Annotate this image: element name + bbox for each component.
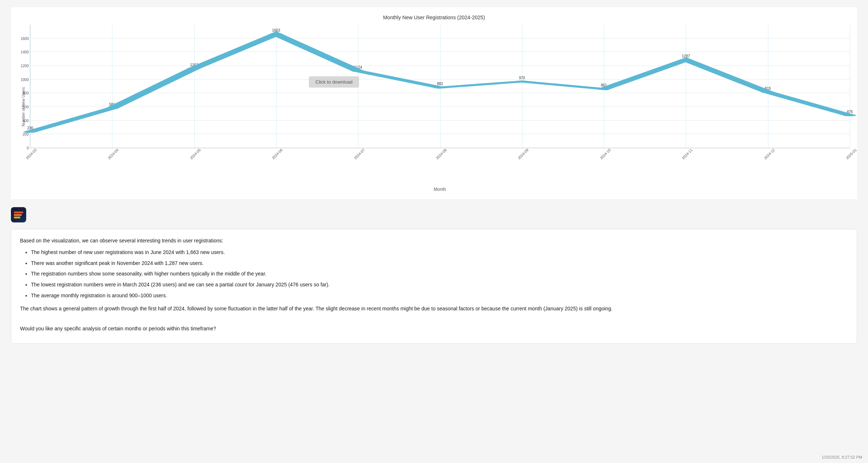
data-point-dot (351, 70, 365, 72)
y-tick-label: 600 (19, 105, 29, 109)
app-icon (11, 207, 26, 222)
icon-layer-gold (14, 217, 20, 218)
x-tick-label: 2024-08 (435, 148, 447, 160)
x-tick-label: 2025-01 (845, 148, 857, 160)
data-point-dot (843, 114, 856, 116)
response-bullets: The highest number of new user registrat… (31, 248, 848, 300)
x-tick-label: 2024-06 (271, 148, 283, 160)
y-tick-label: 1200 (19, 64, 29, 68)
icon-row (11, 205, 857, 225)
bullet-item-0: The highest number of new user registrat… (31, 248, 848, 257)
data-point-dot (24, 131, 37, 133)
chart-polyline (30, 34, 850, 132)
y-tick-label: 200 (19, 132, 29, 136)
bullet-item-4: The average monthly registration is arou… (31, 291, 848, 300)
response-paragraph: The chart shows a general pattern of gro… (20, 305, 848, 313)
response-question: Would you like any specific analysis of … (20, 325, 848, 333)
chart-line-svg (30, 25, 850, 148)
v-grid-line (850, 25, 850, 148)
chart-section: Monthly New User Registrations (2024-202… (11, 7, 857, 199)
bullet-item-1: There was another significant peak in No… (31, 259, 848, 268)
data-point-dot (270, 33, 283, 35)
icon-layer-red (14, 212, 23, 213)
x-tick-label: 2024-12 (763, 148, 776, 160)
data-point-dot (597, 88, 610, 90)
y-tick-label: 1400 (19, 50, 29, 54)
x-tick-label: 2024-10 (599, 148, 612, 160)
data-point-dot (433, 86, 446, 88)
y-tick-label: 1600 (19, 36, 29, 40)
data-point-dot (188, 67, 201, 69)
chart-title: Monthly New User Registrations (2024-202… (18, 15, 850, 20)
response-section: Based on the visualization, we can obser… (11, 205, 857, 344)
y-tick-label: 400 (19, 118, 29, 122)
bullet-item-2: The registration numbers show some seaso… (31, 270, 848, 278)
timestamp: 1/20/2025, 8:27:52 PM (822, 455, 862, 459)
data-point-dot (515, 81, 529, 82)
text-bubble: Based on the visualization, we can obser… (11, 229, 857, 344)
app-icon-layers (14, 212, 23, 218)
x-tick-label: 2024-07 (353, 148, 366, 160)
chart-plot: 0200400600800100012001400160023658111621… (30, 25, 850, 148)
data-point-dot (105, 107, 119, 109)
icon-layer-orange (14, 214, 22, 216)
y-tick-label: 1000 (19, 77, 29, 81)
x-axis-label: Month (30, 187, 850, 192)
x-tick-label: 2024-05 (189, 148, 202, 160)
bullet-item-3: The lowest registration numbers were in … (31, 281, 848, 289)
y-tick-label: 800 (19, 91, 29, 95)
x-tick-label: 2024-11 (681, 148, 693, 160)
response-intro: Based on the visualization, we can obser… (20, 237, 848, 245)
x-tick-label: 2024-04 (107, 148, 119, 160)
y-tick-label: 0 (19, 146, 29, 150)
data-point-dot (679, 59, 692, 61)
chart-inner: 0200400600800100012001400160023658111621… (30, 25, 850, 192)
x-axis: 2024-032024-042024-052024-062024-072024-… (30, 150, 850, 168)
x-tick-label: 2024-09 (517, 148, 529, 160)
data-point-dot (761, 91, 775, 93)
